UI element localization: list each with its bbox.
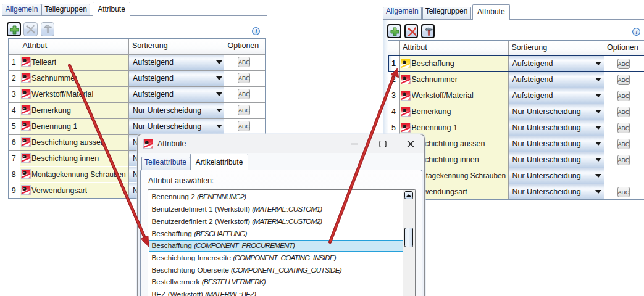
svg-text:i: i	[635, 28, 637, 35]
